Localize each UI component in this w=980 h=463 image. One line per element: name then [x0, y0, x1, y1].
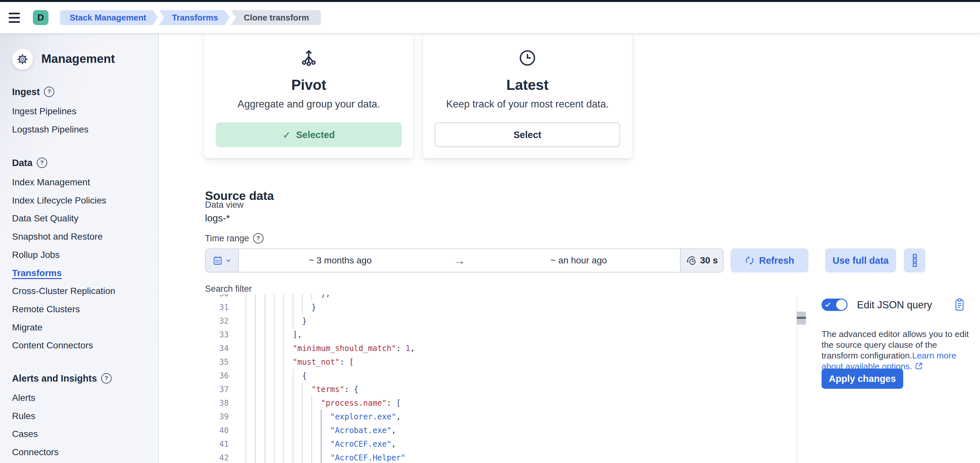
- indent-guide: [255, 437, 256, 451]
- edit-json-query-toggle[interactable]: [821, 299, 848, 311]
- indent-guide: [274, 300, 275, 314]
- sidebar-item-remote-clusters[interactable]: Remote Clusters: [12, 302, 80, 316]
- indent-guide: [283, 314, 284, 328]
- indent-guide: [293, 451, 293, 463]
- help-icon[interactable]: ?: [101, 373, 111, 383]
- indent-guide: [293, 314, 293, 328]
- indent-guide: [293, 410, 293, 424]
- help-icon[interactable]: ?: [37, 158, 47, 168]
- latest-card-description: Keep track of your most recent data.: [446, 98, 609, 110]
- indent-guide: [264, 410, 265, 424]
- sidebar-item-connectors[interactable]: Connectors: [12, 445, 59, 460]
- sidebar-item-rules[interactable]: Rules: [12, 409, 35, 423]
- indent-guide: [311, 396, 312, 410]
- sidebar-item-index-lifecycle-policies[interactable]: Index Lifecycle Policies: [12, 193, 106, 208]
- indent-guide: [246, 314, 246, 328]
- indent-guide: [293, 437, 293, 451]
- chevron-down-icon: [226, 257, 231, 263]
- time-refresh-icon: [686, 255, 697, 266]
- indent-guide: [293, 424, 293, 437]
- code-line: 36{: [159, 369, 810, 383]
- data-view-label: Data view: [205, 200, 244, 210]
- indent-guide: [246, 342, 246, 355]
- sidebar-item-migrate[interactable]: Migrate: [12, 320, 42, 335]
- space-avatar[interactable]: D: [33, 10, 48, 25]
- indent-guide: [302, 451, 302, 463]
- indent-guide: [264, 294, 265, 300]
- sidebar-item-ingest-pipelines[interactable]: Ingest Pipelines: [12, 104, 76, 118]
- sidebar-item-rollup-jobs[interactable]: Rollup Jobs: [12, 248, 60, 262]
- apply-changes-button[interactable]: Apply changes: [821, 369, 903, 389]
- more-options-button[interactable]: [904, 248, 925, 273]
- indent-guide: [255, 410, 256, 424]
- indent-guide: [274, 383, 275, 396]
- indent-guide: [255, 355, 256, 369]
- indent-guide: [311, 294, 312, 300]
- indent-guide: [246, 294, 246, 300]
- copy-icon[interactable]: [955, 298, 964, 313]
- indent-guide: [246, 355, 246, 369]
- sidebar-item-cases[interactable]: Cases: [12, 427, 38, 441]
- refresh-icon: [745, 255, 754, 265]
- indent-guide: [321, 424, 321, 437]
- clock-icon: [518, 48, 537, 68]
- main-content: Pivot Aggregate and group your data. ✓Se…: [159, 34, 980, 463]
- indent-guide: [283, 383, 284, 396]
- indent-guide: [274, 328, 275, 342]
- breadcrumb-transforms[interactable]: Transforms: [159, 10, 230, 25]
- indent-guide: [264, 369, 265, 383]
- indent-guide: [264, 355, 265, 369]
- line-number: 41: [208, 437, 229, 451]
- breadcrumb-stack-management[interactable]: Stack Management: [60, 10, 158, 25]
- use-full-data-button[interactable]: Use full data: [825, 248, 896, 273]
- indent-guide: [274, 424, 275, 437]
- edit-json-query-label: Edit JSON query: [857, 299, 932, 311]
- date-quick-select-button[interactable]: [206, 249, 239, 272]
- indent-guide: [283, 437, 284, 451]
- help-icon[interactable]: ?: [253, 233, 264, 244]
- latest-select-button[interactable]: Select: [435, 123, 620, 147]
- json-code-editor[interactable]: 30},31}32}33],34"minimum_should_match": …: [159, 294, 810, 463]
- time-range-picker: ~ 3 months ago → ~ an hour ago 30 s: [205, 248, 724, 273]
- indent-guide: [246, 451, 246, 463]
- sidebar-item-alerts[interactable]: Alerts: [12, 391, 35, 405]
- indent-guide: [246, 437, 246, 451]
- end-date-button[interactable]: ~ an hour ago: [477, 249, 680, 272]
- refresh-interval-button[interactable]: 30 s: [680, 249, 723, 272]
- start-date-button[interactable]: ~ 3 months ago: [239, 249, 442, 272]
- sidebar-item-index-management[interactable]: Index Management: [12, 175, 90, 190]
- pivot-card-description: Aggregate and group your data.: [237, 98, 380, 110]
- indent-guide: [274, 314, 275, 328]
- sidebar-item-data-set-quality[interactable]: Data Set Quality: [12, 211, 78, 226]
- pivot-selected-button[interactable]: ✓Selected: [216, 123, 402, 147]
- indent-guide: [302, 294, 302, 300]
- indent-guide: [283, 396, 284, 410]
- indent-guide: [274, 369, 275, 383]
- sidebar-item-content-connectors[interactable]: Content Connectors: [12, 338, 93, 353]
- section-label: Data: [12, 158, 33, 168]
- pivot-card: Pivot Aggregate and group your data. ✓Se…: [204, 34, 413, 158]
- indent-guide: [274, 410, 275, 424]
- indent-guide: [283, 355, 284, 369]
- management-sidebar: Management Ingest?Ingest PipelinesLogsta…: [0, 34, 159, 463]
- indent-guide: [264, 314, 265, 328]
- indent-guide: [274, 355, 275, 369]
- indent-guide: [274, 294, 275, 300]
- indent-guide: [311, 451, 312, 463]
- menu-icon[interactable]: [9, 13, 20, 23]
- indent-guide: [274, 451, 275, 463]
- sidebar-item-logstash-pipelines[interactable]: Logstash Pipelines: [12, 123, 89, 137]
- indent-guide: [255, 396, 256, 410]
- line-number: 36: [208, 369, 229, 383]
- sidebar-item-snapshot-and-restore[interactable]: Snapshot and Restore: [12, 230, 103, 244]
- top-navigation-bar: D Stack ManagementTransformsClone transf…: [0, 2, 980, 34]
- indent-guide: [283, 300, 284, 314]
- code-line: 42"AcroCEF.Helper": [159, 451, 810, 463]
- help-icon[interactable]: ?: [44, 86, 54, 97]
- sidebar-item-cross-cluster-replication[interactable]: Cross-Cluster Replication: [12, 284, 115, 298]
- indent-guide: [293, 369, 293, 383]
- refresh-button[interactable]: Refresh: [730, 248, 808, 273]
- indent-guide: [246, 424, 246, 437]
- sidebar-item-transforms[interactable]: Transforms: [12, 266, 62, 280]
- latest-card: Latest Keep track of your most recent da…: [423, 34, 632, 158]
